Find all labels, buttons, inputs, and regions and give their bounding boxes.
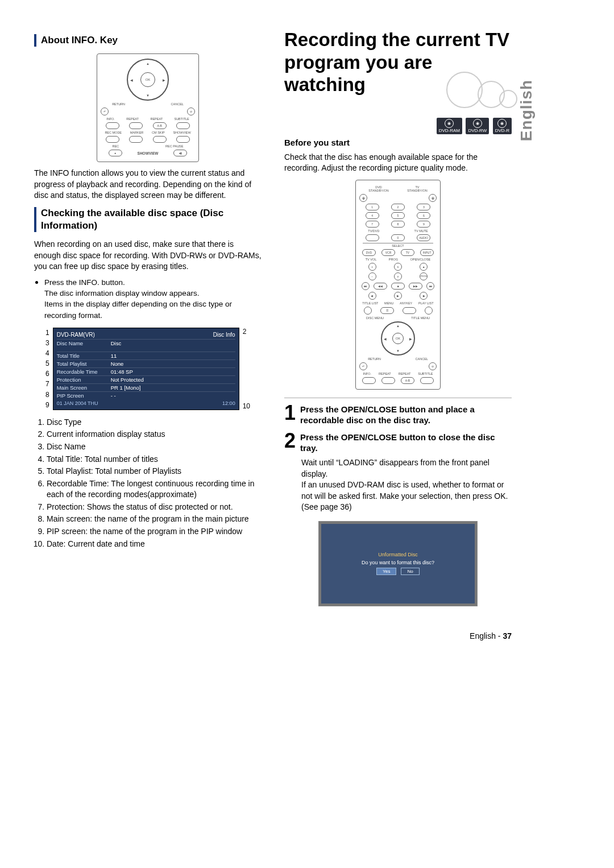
left-arrow-icon: ◀	[130, 78, 133, 82]
menu-label: MENU	[384, 301, 393, 305]
legend-item: Total Playlist: Total number of Playlist…	[47, 466, 262, 477]
format-dialog-diagram: Unformatted Disc Do you want to format t…	[318, 521, 478, 606]
stop-icon: ■	[391, 283, 405, 290]
remote-diagram-full: DVD STANDBY/ON TV STANDBY/ON ⏻ ⏻ 123 456…	[355, 180, 441, 390]
disc-info-date: 01 JAN 2004 THU	[57, 400, 98, 406]
titlemenu-label: TITLE MENU	[411, 316, 430, 320]
right-arrow-icon: ▶	[409, 336, 412, 340]
audio-label: AUDIO	[417, 234, 430, 241]
return-label: RETURN	[368, 357, 381, 361]
recmode-button-icon	[106, 136, 119, 143]
checking-paragraph: When recording on an used disc, make sur…	[34, 239, 262, 272]
forward-icon: ▶▶	[409, 283, 422, 290]
legend-item: Current information display status	[47, 429, 262, 440]
playlist-icon	[425, 307, 433, 315]
legend-item: Protection: Shows the status of disc pro…	[47, 502, 262, 513]
skip-fwd-icon: ⏭	[426, 282, 434, 290]
return-button-icon: ↶	[101, 108, 109, 115]
cancel-label: CANCEL	[416, 357, 428, 361]
leader-numbers-left: 1 3 4 5 6 7 8 9	[45, 328, 49, 410]
tv-standby-label: TV STANDBY/ON	[407, 185, 427, 192]
recpause-button-icon: ●▮	[173, 150, 187, 156]
before-paragraph: Check that the disc has enough available…	[284, 152, 512, 174]
playlist-label: PLAY LIST	[418, 301, 434, 305]
disc-info-diagram: 1 3 4 5 6 7 8 9 DVD-RAM(VR) Disc Info Di…	[45, 328, 250, 410]
left-arrow-icon: ◀	[384, 336, 387, 340]
power-dvd-icon: ⏻	[359, 194, 367, 202]
subtitle-label: SUBTITLE	[174, 117, 189, 121]
titlelist-icon	[364, 307, 372, 315]
disc-info-header-left: DVD-RAM(VR)	[57, 332, 95, 338]
info-button-icon	[106, 122, 119, 129]
ok-button-icon: OK	[140, 72, 155, 87]
openclose-label: OPEN/CLOSE	[410, 258, 430, 261]
titlelist-label: TITLE LIST	[362, 301, 378, 305]
legend-item: Date: Current date and time	[47, 539, 262, 550]
left-column: About INFO. Key ▲ ▼ ◀ ▶ OK RETURN CANCEL…	[34, 28, 262, 614]
repeat-button-icon	[129, 122, 143, 129]
marker-label: MARKER	[130, 131, 144, 134]
page-footer: English - 37	[34, 631, 512, 640]
openclose-icon: ▲	[420, 263, 428, 271]
select-vcr-icon: VCR	[381, 249, 395, 256]
showview-small-label: SHOWVIEW	[173, 131, 190, 134]
disc-icon: ◉	[497, 119, 507, 128]
cancel-button-icon: ⊘	[187, 108, 195, 115]
select-dvd-icon: DVD	[362, 249, 376, 256]
cancel-label: CANCEL	[171, 102, 184, 106]
ok-icon: OK	[392, 333, 404, 344]
badge-dvd-rw: ◉DVD-RW	[466, 118, 489, 134]
rec-label: REC	[112, 144, 119, 148]
play-icon: ▶	[394, 292, 402, 300]
repeat-label-2: REPEAT	[399, 372, 411, 375]
repeat-ab-label: REPEAT	[150, 117, 163, 121]
step-fwd-icon: ·▶	[420, 292, 428, 300]
press-info-line1: The disc information display window appe…	[44, 289, 199, 297]
discmenu-label: DISC MENU	[366, 316, 384, 320]
footer-page-number: 37	[503, 631, 512, 640]
cancel-icon: ⊘	[429, 362, 437, 370]
repeat-label: REPEAT	[379, 372, 391, 375]
repeat-label: REPEAT	[126, 117, 139, 121]
press-info-bullet: Press the INFO. button.	[44, 278, 125, 287]
remote-diagram-small: ▲ ▼ ◀ ▶ OK RETURN CANCEL ↶ ⊘ INFO.	[97, 53, 199, 162]
down-arrow-icon: ▼	[396, 349, 400, 353]
showview-button-icon	[176, 136, 190, 143]
return-label: RETURN	[112, 102, 125, 106]
about-paragraph: The INFO function allows you to view the…	[34, 168, 262, 201]
before-you-start-heading: Before you start	[284, 138, 512, 147]
vol-down-icon: −	[368, 272, 376, 280]
select-tv-icon: TV	[401, 249, 414, 256]
rec-button-icon: ●	[109, 150, 122, 156]
repeat-ab-button-icon: A-B	[153, 122, 167, 129]
tvmute-label: TV MUTE	[414, 229, 428, 233]
right-column: Recording the current TV program you are…	[284, 28, 512, 614]
disc-icon: ◉	[473, 119, 482, 128]
press-info-line2: Items in the display differ depending on…	[44, 300, 232, 319]
step-1: 1 Press the OPEN/CLOSE button and place …	[284, 404, 512, 426]
legend-item: Recordable Time: The longest continuous …	[47, 478, 262, 501]
legend-item: Main screen: the name of the program in …	[47, 514, 262, 525]
section-checking-disc-space: Checking the available disc space (Disc …	[34, 207, 262, 232]
step-2-body: Wait until “LOADING” disappears from the…	[301, 457, 512, 513]
step-number-2: 2	[284, 432, 296, 454]
up-arrow-icon: ▲	[396, 324, 400, 328]
select-input-icon: INPUT	[420, 249, 434, 256]
subtitle-button-icon	[176, 122, 190, 129]
power-tv-icon: ⏻	[429, 194, 437, 202]
step-back-icon: ◀·	[368, 292, 376, 300]
disc-icon: ◉	[445, 119, 454, 128]
disc-type-badges: ◉DVD-RAM ◉DVD-RW ◉DVD-R	[284, 118, 512, 134]
section-about-info-key: About INFO. Key	[34, 34, 262, 47]
badge-dvd-r: ◉DVD-R	[493, 118, 512, 134]
anykey-label: ANYKEY	[400, 301, 412, 305]
dvd-standby-label: DVD STANDBY/ON	[368, 185, 388, 192]
repeat-ab-icon: A-B	[401, 377, 414, 384]
legend-item: Total Title: Total number of titles	[47, 454, 262, 465]
tvdvd-label: TV/DVD	[368, 229, 379, 233]
decorative-circles-icon	[454, 72, 517, 110]
showview-logo: SHOWVIEW	[138, 151, 159, 155]
menu-icon: ☰	[380, 307, 394, 314]
step-2-title: Press the OPEN/CLOSE button to close the…	[300, 432, 512, 454]
recpause-label: REC PAUSE	[165, 144, 183, 148]
